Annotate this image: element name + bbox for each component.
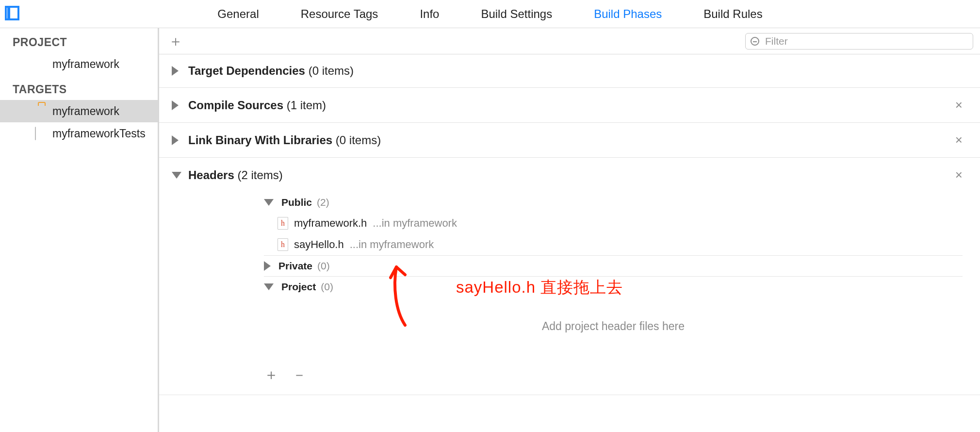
- filter-input[interactable]: [764, 35, 968, 48]
- header-file-path: ...in myframework: [373, 217, 457, 230]
- test-doc-icon: [35, 127, 48, 140]
- sidebar-item-label: myframeworkTests: [52, 127, 146, 140]
- filter-icon: [751, 37, 759, 46]
- group-name: Project: [281, 281, 316, 293]
- tab-resource-tags[interactable]: Resource Tags: [301, 7, 378, 21]
- group-name: Public: [281, 197, 312, 208]
- phase-title: Compile Sources: [188, 99, 283, 112]
- phase-count: (2 items): [237, 168, 282, 182]
- project-sidebar: PROJECT myframework TARGETS myframework …: [0, 28, 158, 432]
- phase-headers[interactable]: Headers (2 items) ×: [159, 158, 980, 192]
- filter-box[interactable]: [745, 33, 973, 50]
- headers-group-public-header[interactable]: Public (2): [264, 192, 963, 213]
- sidebar-item-target-myframework[interactable]: myframework: [0, 100, 158, 122]
- phase-count: (0 items): [309, 64, 354, 78]
- phase-count: (0 items): [336, 133, 381, 147]
- sidebar-section-targets: TARGETS: [0, 75, 158, 100]
- header-file-path: ...in myframework: [350, 238, 434, 251]
- headers-group-private-header[interactable]: Private (0): [264, 256, 963, 276]
- content-toolbar: ＋: [159, 28, 980, 54]
- group-count: (0): [317, 260, 330, 272]
- build-phases-content: ＋ Target Dependencies (0 items) Compile …: [158, 28, 980, 432]
- phase-compile-sources[interactable]: Compile Sources (1 item) ×: [159, 88, 980, 123]
- header-file-icon: h: [278, 217, 288, 230]
- sidebar-item-label: myframework: [52, 58, 119, 71]
- project-drop-hint[interactable]: Add project header files here: [264, 297, 963, 355]
- disclosure-down-icon: [264, 199, 274, 206]
- phase-title: Headers: [188, 168, 234, 182]
- remove-phase-button[interactable]: ×: [955, 133, 963, 148]
- phase-target-dependencies[interactable]: Target Dependencies (0 items): [159, 54, 980, 88]
- sidebar-section-project: PROJECT: [0, 28, 158, 53]
- group-name: Private: [278, 260, 312, 272]
- phase-count: (1 item): [287, 99, 326, 112]
- annotation-text: sayHello.h 直接拖上去: [456, 277, 623, 299]
- disclosure-right-icon: [172, 135, 179, 145]
- tab-build-rules[interactable]: Build Rules: [703, 7, 762, 21]
- headers-add-remove: ＋ －: [264, 355, 963, 385]
- remove-header-button[interactable]: －: [292, 365, 307, 385]
- phase-title: Target Dependencies: [188, 64, 305, 78]
- disclosure-down-icon: [172, 172, 181, 179]
- group-count: (2): [317, 197, 329, 208]
- tab-info[interactable]: Info: [420, 7, 439, 21]
- header-file-row[interactable]: h sayHello.h ...in myframework: [264, 234, 963, 255]
- add-header-button[interactable]: ＋: [264, 365, 278, 385]
- tab-general[interactable]: General: [217, 7, 259, 21]
- project-doc-icon: [35, 58, 48, 70]
- phase-link-binary[interactable]: Link Binary With Libraries (0 items) ×: [159, 123, 980, 158]
- header-file-name: myframework.h: [294, 217, 367, 230]
- phase-title: Link Binary With Libraries: [188, 133, 332, 147]
- editor-tabbar: General Resource Tags Info Build Setting…: [0, 0, 980, 28]
- phase-list: Target Dependencies (0 items) Compile So…: [159, 54, 980, 432]
- disclosure-right-icon: [172, 66, 179, 76]
- add-phase-button[interactable]: ＋: [166, 34, 185, 49]
- header-file-row[interactable]: h myframework.h ...in myframework: [264, 213, 963, 234]
- disclosure-right-icon: [172, 100, 179, 110]
- remove-phase-button[interactable]: ×: [955, 167, 963, 183]
- sidebar-item-target-myframework-tests[interactable]: myframeworkTests: [0, 122, 158, 145]
- sidebar-item-label: myframework: [52, 105, 119, 118]
- editor-tabs: General Resource Tags Info Build Setting…: [0, 0, 980, 28]
- disclosure-right-icon: [264, 261, 271, 271]
- header-file-icon: h: [278, 238, 288, 251]
- group-count: (0): [321, 281, 333, 293]
- tab-build-phases[interactable]: Build Phases: [594, 7, 662, 21]
- briefcase-icon: [35, 105, 48, 117]
- header-file-name: sayHello.h: [294, 238, 344, 251]
- sidebar-item-project-myframework[interactable]: myframework: [0, 53, 158, 75]
- headers-group-public: Public (2) h myframework.h ...in myframe…: [264, 192, 963, 255]
- remove-phase-button[interactable]: ×: [955, 98, 963, 113]
- headers-group-private: Private (0): [264, 255, 963, 276]
- disclosure-down-icon: [264, 283, 274, 290]
- tab-build-settings[interactable]: Build Settings: [481, 7, 552, 21]
